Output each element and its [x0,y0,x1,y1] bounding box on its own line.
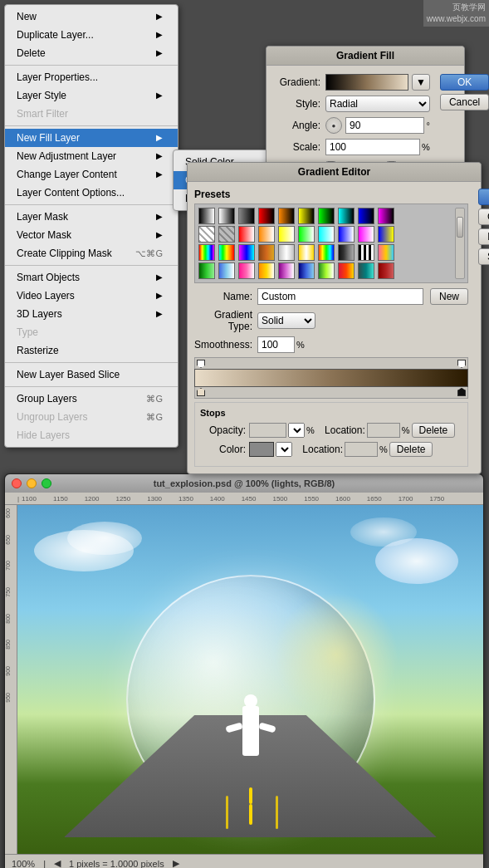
menu-item-rasterize[interactable]: Rasterize [5,341,178,360]
menu-item-video-layers[interactable]: Video Layers ▶ [5,287,178,305]
smoothness-label: Smoothness: [194,339,252,351]
menu-item-layer-properties[interactable]: Layer Properties... [5,68,178,86]
gradient-fill-ok-button[interactable]: OK [440,74,489,91]
menu-item-new-layer-based-slice[interactable]: New Layer Based Slice [5,365,178,384]
preset-swatch[interactable] [338,262,355,279]
zoom-level: 100% [12,859,35,869]
style-label: Style: [275,98,320,110]
menu-item-layer-mask[interactable]: Layer Mask ▶ [5,208,178,226]
separator-2 [5,125,178,126]
preset-swatch[interactable] [378,226,394,243]
status-right-arrow[interactable]: ▶ [173,858,179,868]
preset-swatch[interactable] [258,208,275,224]
preset-swatch[interactable] [358,244,374,261]
preset-swatch[interactable] [298,208,315,224]
preset-swatch[interactable] [218,244,235,261]
menu-item-smart-filter: Smart Filter [5,105,178,123]
menu-item-vector-mask[interactable]: Vector Mask ▶ [5,226,178,244]
menu-item-layer-content-options[interactable]: Layer Content Options... [5,184,178,202]
preset-swatch[interactable] [358,262,374,279]
menu-item-group-layers[interactable]: Group Layers ⌘G [5,390,178,408]
preset-swatch[interactable] [358,208,374,224]
preset-swatch[interactable] [198,208,215,224]
preset-swatch[interactable] [338,244,355,261]
menu-item-new-fill-layer[interactable]: New Fill Layer ▶ [5,129,178,147]
scale-input[interactable] [325,139,420,155]
gradient-editor-cancel-button[interactable]: Cancel [478,208,489,225]
new-gradient-button[interactable]: New [430,288,468,305]
ps-canvas[interactable] [17,505,483,854]
gradient-type-select[interactable]: Solid [257,312,315,329]
preset-swatch[interactable] [218,208,235,224]
color-dropdown[interactable]: ▼ [276,442,292,457]
menu-item-duplicate-layer[interactable]: Duplicate Layer... ▶ [5,26,178,44]
angle-circle[interactable]: ● [325,117,342,134]
gradient-bar-container[interactable] [194,357,468,399]
preset-swatch[interactable] [258,262,275,279]
gradient-fill-cancel-button[interactable]: Cancel [440,94,489,110]
status-info: 1 pixels = 1.0000 pixels [69,859,164,869]
preset-swatch[interactable] [238,244,255,261]
color-location-input[interactable] [345,442,378,457]
preset-swatch[interactable] [318,262,335,279]
preset-swatch[interactable] [318,226,335,243]
color-swatch[interactable] [249,442,274,457]
preset-swatch[interactable] [198,262,215,279]
preset-swatch[interactable] [278,244,295,261]
preset-swatch[interactable] [338,208,355,224]
preset-swatch[interactable] [198,244,215,261]
name-input[interactable] [257,288,423,305]
preset-swatch[interactable] [258,244,275,261]
gradient-editor-ok-button[interactable]: OK [478,189,489,205]
preset-swatch[interactable] [318,244,335,261]
style-select[interactable]: Radial [325,96,430,112]
opacity-location-label: Location: [320,424,365,436]
gradient-arrow-btn[interactable]: ▼ [412,74,430,91]
preset-swatch[interactable] [378,244,394,261]
presets-label: Presets [194,189,468,200]
preset-swatch[interactable] [278,226,295,243]
menu-item-new-adjustment-layer[interactable]: New Adjustment Layer ▶ [5,147,178,165]
opacity-value-input[interactable] [249,423,286,438]
status-left-arrow[interactable]: ◀ [54,858,61,868]
menu-item-3d-layers[interactable]: 3D Layers ▶ [5,305,178,323]
preset-swatch[interactable] [338,226,355,243]
gradient-main-bar[interactable] [194,369,468,387]
ps-minimize-button[interactable] [27,478,37,488]
preset-swatch[interactable] [198,226,215,243]
preset-swatch[interactable] [238,226,255,243]
preset-swatch[interactable] [298,226,315,243]
menu-item-delete[interactable]: Delete ▶ [5,44,178,62]
preset-swatch[interactable] [378,262,394,279]
preset-swatch[interactable] [298,244,315,261]
gradient-editor-save-button[interactable]: Save... [478,248,489,265]
stops-title: Stops [200,408,462,418]
gradient-preview[interactable] [325,74,408,91]
preset-swatch[interactable] [298,262,315,279]
ps-close-button[interactable] [12,478,22,488]
preset-swatch[interactable] [378,208,394,224]
ps-maximize-button[interactable] [42,478,51,488]
menu-item-smart-objects[interactable]: Smart Objects ▶ [5,268,178,287]
ps-window-title: tut_explosion.psd @ 100% (lights, RGB/8) [154,478,335,488]
preset-swatch[interactable] [218,226,235,243]
preset-swatch[interactable] [258,226,275,243]
menu-item-new[interactable]: New ▶ [5,7,178,26]
preset-swatch[interactable] [358,226,374,243]
angle-input[interactable] [345,117,424,134]
preset-swatch[interactable] [238,262,255,279]
opacity-location-input[interactable] [367,423,400,438]
opacity-dropdown[interactable]: ▼ [288,423,305,438]
preset-swatch[interactable] [278,208,295,224]
preset-swatch[interactable] [218,262,235,279]
menu-item-create-clipping-mask[interactable]: Create Clipping Mask ⌥⌘G [5,244,178,262]
preset-swatch[interactable] [278,262,295,279]
preset-swatch[interactable] [318,208,335,224]
menu-item-change-layer-content[interactable]: Change Layer Content ▶ [5,165,178,184]
opacity-delete-button[interactable]: Delete [412,423,456,438]
color-delete-button[interactable]: Delete [389,442,433,457]
gradient-editor-load-button[interactable]: Load... [478,228,489,245]
smoothness-input[interactable] [257,336,295,353]
menu-item-layer-style[interactable]: Layer Style ▶ [5,86,178,105]
preset-swatch[interactable] [238,208,255,224]
